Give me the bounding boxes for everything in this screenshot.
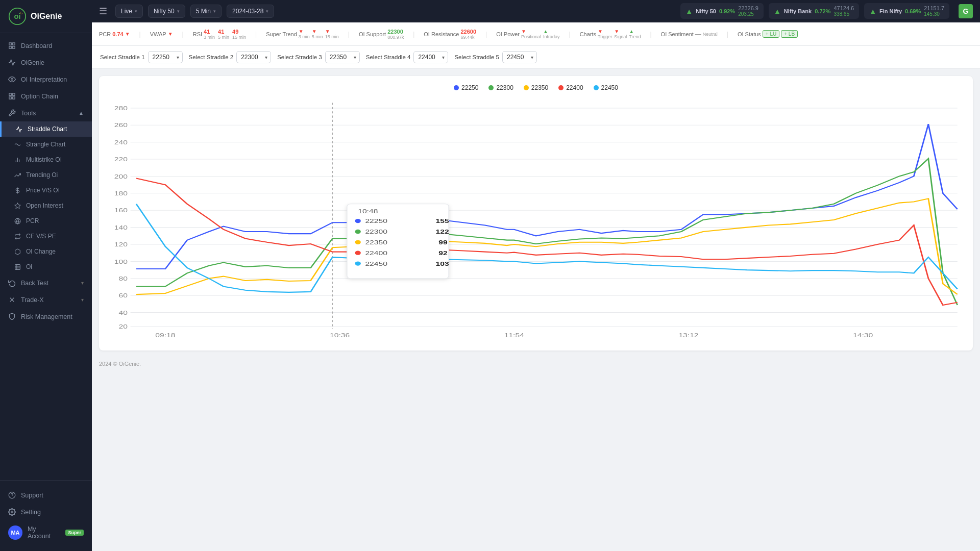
sidebar-label-ce-vs-pe: CE V/S PE — [26, 233, 56, 240]
legend-dot-22250 — [454, 85, 459, 90]
app-logo-icon: oi G — [8, 7, 27, 26]
svg-rect-8 — [9, 93, 11, 95]
sidebar-item-dashboard[interactable]: Dashboard — [0, 37, 92, 54]
svg-text:180: 180 — [114, 190, 128, 197]
sidebar-item-price-vs-oi[interactable]: Price V/S OI — [0, 183, 92, 198]
strangle-chart-icon — [14, 141, 21, 148]
live-dropdown[interactable]: Live ▾ — [115, 5, 143, 18]
chart-legend: 22250 22300 22350 22400 22450 — [107, 84, 965, 91]
svg-text:200: 200 — [114, 173, 128, 180]
sidebar-item-open-interest[interactable]: Open Interest — [0, 198, 92, 213]
back-test-arrow: ▾ — [81, 280, 84, 286]
straddle-group-1: Select Straddle 1 2225022300223502240022… — [100, 51, 183, 63]
straddle-select-wrap-5: 2225022300223502240022450 — [502, 51, 537, 63]
svg-text:260: 260 — [114, 122, 128, 129]
sidebar-item-my-account[interactable]: MA My Account Super — [0, 520, 92, 545]
vwap-arrow-icon: ▼ — [168, 31, 173, 37]
timeframe-label: 5 Min — [196, 8, 211, 15]
charts-trigger: ▼ Trigger — [598, 29, 612, 39]
straddle-group-4: Select Straddle 4 2225022300223502240022… — [366, 51, 449, 63]
sidebar-item-oi-change[interactable]: OI Change — [0, 244, 92, 259]
oi-support-sub: 800.97k — [387, 35, 404, 40]
support-icon — [8, 491, 16, 499]
straddle-group-3: Select Straddle 3 2225022300223502240022… — [277, 51, 360, 63]
oi-status-lb-button[interactable]: + LB — [781, 30, 798, 38]
oi-power-positional: ▼ Positional — [521, 29, 541, 39]
eye-icon — [8, 76, 16, 83]
sidebar-item-oi[interactable]: Oi — [0, 259, 92, 274]
sidebar-item-setting[interactable]: Setting — [0, 504, 92, 520]
timeframe-dropdown-arrow: ▾ — [213, 9, 216, 14]
sidebar-item-straddle-chart[interactable]: Straddle Chart — [0, 121, 92, 137]
sidebar-item-tools[interactable]: Tools ▲ — [0, 105, 92, 121]
index-dropdown[interactable]: Nifty 50 ▾ — [148, 5, 185, 18]
timeframe-dropdown[interactable]: 5 Min ▾ — [190, 5, 222, 18]
sidebar-label-straddle-chart: Straddle Chart — [28, 126, 67, 133]
straddle-select-wrap-3: 2225022300223502240022450 — [325, 51, 360, 63]
sidebar-item-oigenie[interactable]: OiGenie — [0, 54, 92, 71]
sidebar-item-trade-x[interactable]: Trade-X ▾ — [0, 291, 92, 308]
charts-trend: ▲ Trend — [629, 29, 641, 39]
sidebar-item-support[interactable]: Support — [0, 487, 92, 504]
copyright: 2024 © OiGenie. — [99, 361, 141, 367]
straddle-select-1[interactable]: 2225022300223502240022450 — [148, 51, 183, 63]
rsi-5min-val: 41 — [218, 29, 229, 35]
rsi-3min-val: 41 — [204, 29, 215, 35]
niftybank-price: 47124.6 — [834, 5, 854, 11]
sidebar-item-oi-interpretation[interactable]: OI Interpretation — [0, 71, 92, 88]
sidebar-item-back-test[interactable]: Back Test ▾ — [0, 274, 92, 291]
legend-label-22350: 22350 — [531, 84, 548, 91]
sidebar-item-strangle-chart[interactable]: Strangle Chart — [0, 137, 92, 152]
rsi-5min-label: 5 min — [218, 35, 229, 40]
oi-status-lu-button[interactable]: + LU — [763, 30, 779, 38]
straddle-select-5[interactable]: 2225022300223502240022450 — [502, 51, 537, 63]
dashboard-icon — [8, 42, 16, 49]
svg-point-27 — [11, 511, 13, 513]
date-dropdown[interactable]: 2024-03-28 ▾ — [227, 5, 274, 18]
straddle-select-4[interactable]: 2225022300223502240022450 — [413, 51, 448, 63]
oi-power-label: OI Power — [496, 31, 520, 37]
sidebar-item-option-chain[interactable]: Option Chain — [0, 88, 92, 105]
footer: 2024 © OiGenie. — [92, 358, 980, 370]
sidebar-item-multistrike-oi[interactable]: Multistrike OI — [0, 152, 92, 167]
straddle-select-2[interactable]: 2225022300223502240022450 — [236, 51, 271, 63]
live-label: Live — [121, 8, 132, 15]
oi-resistance-sub: 69.44k — [460, 35, 476, 40]
sidebar-item-risk-management[interactable]: Risk Management — [0, 308, 92, 325]
oi-resistance-label: OI Resistance — [424, 31, 459, 37]
topbar: ☰ Live ▾ Nifty 50 ▾ 5 Min ▾ 2024-03-28 ▾… — [92, 0, 980, 22]
rsi-15min: 49 15 min — [232, 29, 246, 40]
menu-button[interactable]: ☰ — [99, 6, 107, 17]
svg-text:20: 20 — [118, 323, 128, 330]
sidebar-label-pcr: PCR — [26, 217, 39, 224]
tooltip-box — [347, 204, 449, 279]
sidebar-label-trade-x: Trade-X — [21, 296, 44, 304]
svg-text:140: 140 — [114, 224, 128, 231]
straddle-label-4: Select Straddle 4 — [366, 54, 411, 60]
tooltip-time: 10:48 — [358, 208, 378, 215]
index-label: Nifty 50 — [154, 8, 175, 15]
open-interest-icon — [14, 203, 21, 209]
legend-item-22300: 22300 — [488, 84, 513, 91]
sidebar-item-trending-oi[interactable]: Trending Oi — [0, 167, 92, 183]
svg-point-68 — [355, 240, 360, 244]
sidebar-item-ce-vs-pe[interactable]: CE V/S PE — [0, 229, 92, 244]
legend-dot-22300 — [488, 85, 494, 90]
corner-button[interactable]: G — [959, 4, 973, 18]
straddle-select-3[interactable]: 2225022300223502240022450 — [325, 51, 360, 63]
market-chip-finnifty: ▲ Fin Nifty 0.69% 21151.7 145.30 — [864, 3, 949, 19]
line-22350 — [136, 198, 958, 294]
svg-text:40: 40 — [118, 310, 128, 316]
oi-support-val-stack: 22300 800.97k — [387, 29, 404, 40]
straddle-chart-svg[interactable]: .gridline{stroke:#e8eaed;stroke-width:1;… — [107, 97, 965, 342]
straddle-label-1: Select Straddle 1 — [100, 54, 145, 60]
metric-vwap: VWAP ▼ — [150, 31, 173, 37]
metric-oi-resistance: OI Resistance 22600 69.44k — [424, 29, 476, 40]
sidebar-label-strangle-chart: Strangle Chart — [26, 141, 65, 148]
rsi-15min-label: 15 min — [232, 35, 246, 40]
legend-item-22450: 22450 — [594, 84, 618, 91]
finnifty-name: Fin Nifty — [879, 8, 902, 14]
legend-item-22250: 22250 — [454, 84, 478, 91]
sidebar-item-pcr[interactable]: PCR — [0, 213, 92, 229]
chart-container: .gridline{stroke:#e8eaed;stroke-width:1;… — [107, 97, 965, 342]
